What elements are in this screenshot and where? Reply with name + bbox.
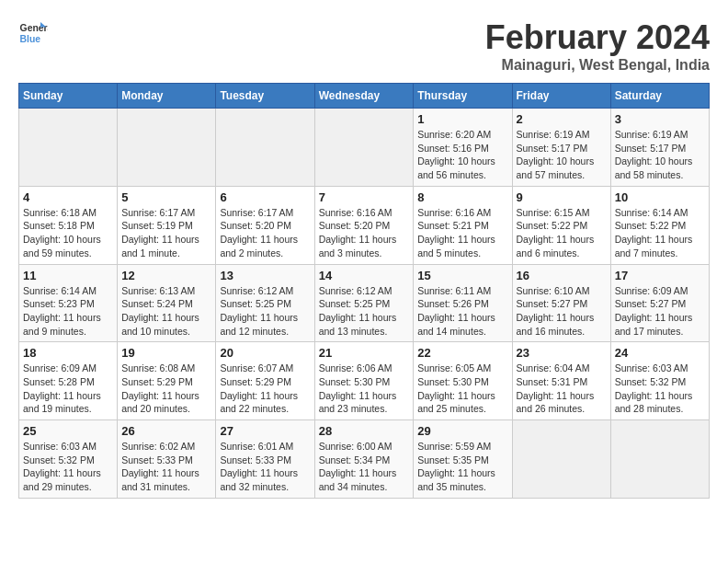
page-title: February 2024 (485, 18, 710, 57)
day-info: Sunrise: 6:12 AMSunset: 5:25 PMDaylight:… (319, 284, 410, 339)
calendar-week-row: 11Sunrise: 6:14 AMSunset: 5:23 PMDayligh… (19, 264, 710, 342)
day-number: 10 (615, 190, 705, 204)
day-number: 20 (220, 346, 310, 360)
calendar-cell: 22Sunrise: 6:05 AMSunset: 5:30 PMDayligh… (414, 342, 512, 420)
calendar-cell: 16Sunrise: 6:10 AMSunset: 5:27 PMDayligh… (512, 264, 610, 342)
calendar-cell: 29Sunrise: 5:59 AMSunset: 5:35 PMDayligh… (414, 420, 512, 499)
calendar-cell: 18Sunrise: 6:09 AMSunset: 5:28 PMDayligh… (19, 342, 118, 420)
day-info: Sunrise: 6:00 AMSunset: 5:34 PMDaylight:… (319, 440, 410, 494)
day-info: Sunrise: 6:19 AMSunset: 5:17 PMDaylight:… (615, 128, 705, 182)
day-info: Sunrise: 6:12 AMSunset: 5:25 PMDaylight:… (220, 284, 310, 339)
calendar-cell: 20Sunrise: 6:07 AMSunset: 5:29 PMDayligh… (216, 342, 314, 420)
calendar-header-row: SundayMondayTuesdayWednesdayThursdayFrid… (19, 84, 710, 109)
calendar-day-header: Friday (512, 84, 610, 109)
calendar-table: SundayMondayTuesdayWednesdayThursdayFrid… (18, 83, 710, 499)
svg-text:Blue: Blue (20, 34, 41, 44)
day-info: Sunrise: 6:03 AMSunset: 5:32 PMDaylight:… (23, 440, 113, 494)
calendar-cell (216, 109, 314, 187)
calendar-day-header: Tuesday (216, 84, 314, 109)
day-info: Sunrise: 6:10 AMSunset: 5:27 PMDaylight:… (517, 284, 607, 339)
calendar-cell (610, 420, 709, 499)
calendar-body: 1Sunrise: 6:20 AMSunset: 5:16 PMDaylight… (19, 109, 710, 499)
day-info: Sunrise: 6:07 AMSunset: 5:29 PMDaylight:… (220, 362, 310, 416)
day-number: 8 (417, 190, 507, 204)
day-number: 18 (23, 346, 113, 360)
calendar-day-header: Saturday (610, 84, 709, 109)
day-info: Sunrise: 6:05 AMSunset: 5:30 PMDaylight:… (417, 362, 507, 416)
day-number: 14 (319, 269, 410, 282)
calendar-day-header: Monday (118, 84, 216, 109)
calendar-cell: 8Sunrise: 6:16 AMSunset: 5:21 PMDaylight… (414, 186, 512, 264)
day-info: Sunrise: 6:09 AMSunset: 5:28 PMDaylight:… (23, 362, 113, 416)
calendar-week-row: 25Sunrise: 6:03 AMSunset: 5:32 PMDayligh… (19, 420, 710, 499)
day-number: 28 (319, 424, 410, 438)
calendar-day-header: Sunday (19, 84, 118, 109)
day-info: Sunrise: 6:20 AMSunset: 5:16 PMDaylight:… (417, 128, 507, 182)
day-info: Sunrise: 6:14 AMSunset: 5:22 PMDaylight:… (615, 206, 705, 260)
day-number: 5 (121, 190, 211, 204)
calendar-day-header: Thursday (414, 84, 512, 109)
calendar-cell: 7Sunrise: 6:16 AMSunset: 5:20 PMDaylight… (314, 186, 414, 264)
day-info: Sunrise: 6:04 AMSunset: 5:31 PMDaylight:… (517, 362, 607, 416)
day-number: 9 (517, 190, 607, 204)
day-number: 21 (319, 346, 410, 360)
calendar-week-row: 18Sunrise: 6:09 AMSunset: 5:28 PMDayligh… (19, 342, 710, 420)
calendar-cell: 1Sunrise: 6:20 AMSunset: 5:16 PMDaylight… (414, 109, 512, 187)
day-number: 29 (417, 424, 507, 438)
day-info: Sunrise: 6:19 AMSunset: 5:17 PMDaylight:… (517, 128, 607, 182)
calendar-cell: 6Sunrise: 6:17 AMSunset: 5:20 PMDaylight… (216, 186, 314, 264)
calendar-cell: 28Sunrise: 6:00 AMSunset: 5:34 PMDayligh… (314, 420, 414, 499)
calendar-cell: 4Sunrise: 6:18 AMSunset: 5:18 PMDaylight… (19, 186, 118, 264)
calendar-cell: 27Sunrise: 6:01 AMSunset: 5:33 PMDayligh… (216, 420, 314, 499)
day-info: Sunrise: 6:16 AMSunset: 5:20 PMDaylight:… (319, 206, 410, 260)
calendar-cell (118, 109, 216, 187)
title-section: February 2024 Mainaguri, West Bengal, In… (485, 18, 710, 74)
calendar-cell: 17Sunrise: 6:09 AMSunset: 5:27 PMDayligh… (610, 264, 709, 342)
day-number: 22 (417, 346, 507, 360)
day-info: Sunrise: 6:17 AMSunset: 5:20 PMDaylight:… (220, 206, 310, 260)
day-number: 16 (517, 269, 607, 282)
calendar-day-header: Wednesday (314, 84, 414, 109)
day-info: Sunrise: 6:18 AMSunset: 5:18 PMDaylight:… (23, 206, 113, 260)
day-info: Sunrise: 6:08 AMSunset: 5:29 PMDaylight:… (121, 362, 211, 416)
page-subtitle: Mainaguri, West Bengal, India (485, 57, 710, 74)
calendar-cell: 5Sunrise: 6:17 AMSunset: 5:19 PMDaylight… (118, 186, 216, 264)
calendar-cell: 13Sunrise: 6:12 AMSunset: 5:25 PMDayligh… (216, 264, 314, 342)
logo: General Blue (18, 18, 48, 48)
day-number: 26 (121, 424, 211, 438)
day-number: 1 (417, 112, 507, 126)
day-number: 6 (220, 190, 310, 204)
day-info: Sunrise: 6:14 AMSunset: 5:23 PMDaylight:… (23, 284, 113, 339)
day-info: Sunrise: 5:59 AMSunset: 5:35 PMDaylight:… (417, 440, 507, 494)
calendar-week-row: 4Sunrise: 6:18 AMSunset: 5:18 PMDaylight… (19, 186, 710, 264)
day-number: 17 (615, 269, 705, 282)
calendar-cell (512, 420, 610, 499)
calendar-cell: 3Sunrise: 6:19 AMSunset: 5:17 PMDaylight… (610, 109, 709, 187)
day-info: Sunrise: 6:03 AMSunset: 5:32 PMDaylight:… (615, 362, 705, 416)
calendar-cell: 2Sunrise: 6:19 AMSunset: 5:17 PMDaylight… (512, 109, 610, 187)
calendar-cell: 10Sunrise: 6:14 AMSunset: 5:22 PMDayligh… (610, 186, 709, 264)
day-number: 13 (220, 269, 310, 282)
calendar-cell: 11Sunrise: 6:14 AMSunset: 5:23 PMDayligh… (19, 264, 118, 342)
day-number: 25 (23, 424, 113, 438)
calendar-cell (19, 109, 118, 187)
calendar-cell: 19Sunrise: 6:08 AMSunset: 5:29 PMDayligh… (118, 342, 216, 420)
day-number: 15 (417, 269, 507, 282)
calendar-cell: 14Sunrise: 6:12 AMSunset: 5:25 PMDayligh… (314, 264, 414, 342)
logo-icon: General Blue (18, 18, 48, 48)
day-info: Sunrise: 6:15 AMSunset: 5:22 PMDaylight:… (517, 206, 607, 260)
calendar-cell: 24Sunrise: 6:03 AMSunset: 5:32 PMDayligh… (610, 342, 709, 420)
calendar-cell: 26Sunrise: 6:02 AMSunset: 5:33 PMDayligh… (118, 420, 216, 499)
calendar-cell (314, 109, 414, 187)
day-info: Sunrise: 6:17 AMSunset: 5:19 PMDaylight:… (121, 206, 211, 260)
day-number: 24 (615, 346, 705, 360)
day-info: Sunrise: 6:11 AMSunset: 5:26 PMDaylight:… (417, 284, 507, 339)
day-number: 12 (121, 269, 211, 282)
day-number: 27 (220, 424, 310, 438)
day-number: 3 (615, 112, 705, 126)
calendar-week-row: 1Sunrise: 6:20 AMSunset: 5:16 PMDaylight… (19, 109, 710, 187)
calendar-cell: 9Sunrise: 6:15 AMSunset: 5:22 PMDaylight… (512, 186, 610, 264)
calendar-cell: 25Sunrise: 6:03 AMSunset: 5:32 PMDayligh… (19, 420, 118, 499)
day-number: 11 (23, 269, 113, 282)
day-info: Sunrise: 6:06 AMSunset: 5:30 PMDaylight:… (319, 362, 410, 416)
